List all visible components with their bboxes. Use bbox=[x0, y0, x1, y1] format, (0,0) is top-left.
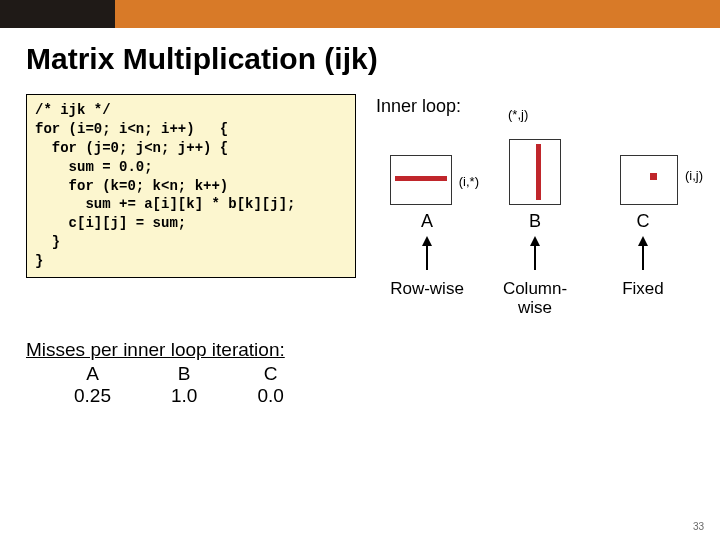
matrix-c-box: (i,j) bbox=[620, 155, 678, 205]
access-a: Row-wise bbox=[382, 280, 472, 317]
misses-col-a: A 0.25 bbox=[74, 363, 111, 407]
misses-col-a-val: 0.25 bbox=[74, 385, 111, 407]
misses-col-c-head: C bbox=[257, 363, 283, 385]
top-bar bbox=[0, 0, 720, 28]
code-block: /* ijk */ for (i=0; i<n; i++) { for (j=0… bbox=[26, 94, 356, 278]
misses-col-b: B 1.0 bbox=[171, 363, 197, 407]
bar-dark bbox=[0, 0, 115, 28]
access-labels: Row-wise Column- wise Fixed bbox=[376, 280, 694, 317]
misses-heading: Misses per inner loop iteration: bbox=[26, 339, 285, 360]
arrow-up-icon bbox=[530, 236, 540, 246]
misses-col-c: C 0.0 bbox=[257, 363, 283, 407]
matrix-names: A B C bbox=[376, 211, 694, 232]
matrix-c-cell: (i,j) bbox=[604, 125, 694, 205]
col-access-icon bbox=[536, 144, 541, 200]
content-area: /* ijk */ for (i=0; i<n; i++) { for (j=0… bbox=[0, 94, 720, 317]
misses-col-b-val: 1.0 bbox=[171, 385, 197, 407]
misses-table: A 0.25 B 1.0 C 0.0 bbox=[26, 363, 694, 407]
arrow-up-icon bbox=[422, 236, 432, 246]
matrix-c-annot: (i,j) bbox=[685, 168, 703, 183]
misses-col-b-head: B bbox=[171, 363, 197, 385]
cell-access-icon bbox=[650, 173, 657, 180]
misses-col-a-head: A bbox=[74, 363, 111, 385]
matrix-b-name: B bbox=[490, 211, 580, 232]
matrix-b-annot: (*,j) bbox=[508, 107, 528, 122]
matrix-a-cell: (i,*) bbox=[376, 125, 466, 205]
matrix-diagrams: (i,*) (*,j) (i,j) bbox=[376, 125, 694, 205]
matrix-a-box: (i,*) bbox=[390, 155, 452, 205]
matrix-a-name: A bbox=[382, 211, 472, 232]
matrix-b-box bbox=[509, 139, 561, 205]
bar-orange bbox=[115, 0, 720, 28]
page-number: 33 bbox=[693, 521, 704, 532]
row-access-icon bbox=[395, 176, 447, 181]
misses-section: Misses per inner loop iteration: A 0.25 … bbox=[0, 317, 720, 407]
inner-loop-label: Inner loop: bbox=[376, 96, 694, 117]
access-b: Column- wise bbox=[490, 280, 580, 317]
diagram-column: Inner loop: (i,*) (*,j) (i,j) bbox=[376, 94, 694, 317]
arrow-up-icon bbox=[638, 236, 648, 246]
matrix-c-name: C bbox=[598, 211, 688, 232]
misses-col-c-val: 0.0 bbox=[257, 385, 283, 407]
arrow-row bbox=[376, 236, 694, 246]
matrix-b-cell: (*,j) bbox=[490, 125, 580, 205]
slide-title: Matrix Multiplication (ijk) bbox=[0, 28, 720, 94]
access-c: Fixed bbox=[598, 280, 688, 317]
matrix-a-annot: (i,*) bbox=[459, 174, 479, 189]
code-column: /* ijk */ for (i=0; i<n; i++) { for (j=0… bbox=[26, 94, 356, 317]
